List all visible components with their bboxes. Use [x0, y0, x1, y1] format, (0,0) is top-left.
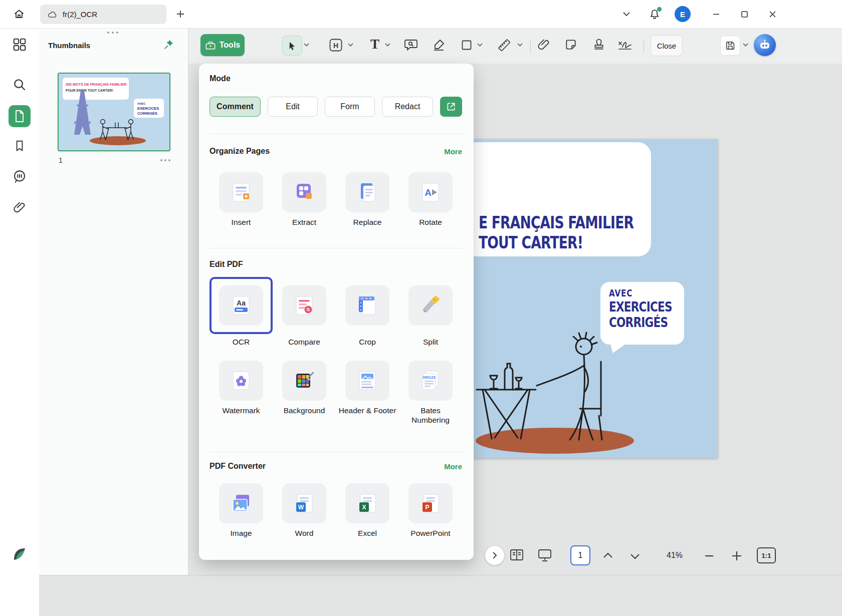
zoom-out-button[interactable]	[704, 552, 715, 560]
open-in-new-window-button[interactable]	[440, 97, 462, 117]
compare-icon	[282, 285, 326, 326]
document-tab[interactable]: fr(2)_OCR	[40, 5, 166, 24]
pin-panel-button[interactable]	[163, 39, 174, 50]
signature-tool-button[interactable]	[617, 38, 633, 51]
tool-tile-rotate[interactable]: A Rotate	[399, 172, 462, 227]
shape-icon	[461, 40, 472, 51]
window-menu-button[interactable]	[619, 9, 634, 19]
zoom-out-icon	[704, 552, 715, 560]
tool-tile-replace[interactable]: Replace	[336, 172, 399, 227]
zoom-in-button[interactable]	[731, 550, 743, 562]
sidebar-item-apps[interactable]	[0, 37, 39, 52]
sticker-tool-button[interactable]	[564, 38, 577, 51]
close-window-button[interactable]	[765, 7, 780, 21]
stamp-tool-button[interactable]	[592, 38, 605, 51]
ai-assistant-button[interactable]	[754, 34, 776, 56]
sidebar-item-comments[interactable]	[0, 169, 39, 184]
actual-size-button[interactable]: 1:1	[757, 547, 776, 563]
tool-tile-header-footer[interactable]: Header & Footer	[336, 361, 399, 425]
page-number-input[interactable]	[570, 545, 590, 565]
sidebar-item-bookmarks[interactable]	[0, 139, 39, 153]
mode-comment-button[interactable]: Comment	[209, 97, 261, 117]
page-fit-dropdown[interactable]	[348, 43, 353, 47]
mode-edit-button[interactable]: Edit	[268, 97, 318, 117]
tool-tile-excel[interactable]: X Excel	[336, 483, 399, 538]
converter-more-link[interactable]: More	[444, 462, 462, 471]
tool-tile-image[interactable]: Image	[209, 483, 273, 538]
tools-panel: Mode Comment Edit Form Redact Organize P…	[199, 64, 474, 560]
expand-statusbar-button[interactable]	[485, 546, 504, 565]
text-tool-button[interactable]: T	[368, 37, 382, 52]
app-window: fr(2)_OCR E	[0, 0, 842, 616]
mode-buttons: Comment Edit Form Redact	[209, 97, 462, 117]
mode-redact-button[interactable]: Redact	[382, 97, 433, 117]
editpdf-grid-row2: Watermark Background	[209, 361, 462, 425]
tool-tile-bates[interactable]: 000123 Bates Numbering	[399, 361, 462, 425]
tool-tile-background[interactable]: Background	[273, 361, 336, 425]
shape-tool-button[interactable]	[461, 40, 472, 51]
zoom-level[interactable]: 41%	[667, 551, 683, 560]
measure-dropdown[interactable]	[517, 43, 523, 47]
comment-tool-button[interactable]	[404, 38, 418, 52]
sidebar-brand-logo[interactable]	[0, 546, 39, 563]
reader-view-button[interactable]	[509, 548, 524, 562]
tools-button[interactable]: Tools	[200, 34, 245, 56]
sidebar-item-search[interactable]	[0, 77, 39, 92]
tool-tile-word[interactable]: W Word	[273, 483, 336, 538]
panel-drag-handle-icon[interactable]	[107, 32, 118, 34]
tools-label: Tools	[220, 41, 240, 50]
attach-tool-button[interactable]	[537, 38, 550, 51]
select-tool-dropdown[interactable]	[304, 43, 309, 47]
presentation-button[interactable]	[537, 548, 552, 562]
svg-text:Aa: Aa	[237, 299, 246, 307]
excel-icon: X	[345, 483, 389, 523]
notifications-button[interactable]	[647, 7, 663, 22]
comment-search-icon	[404, 38, 418, 52]
measure-tool-button[interactable]	[497, 38, 511, 52]
svg-text:AVEC: AVEC	[137, 102, 146, 105]
sidebar-item-pages[interactable]	[9, 105, 31, 127]
zoom-in-icon	[731, 550, 743, 562]
window-chevron-icon	[623, 12, 630, 16]
close-toolbar-button[interactable]: Close	[651, 35, 683, 56]
toolbar-divider	[644, 39, 644, 53]
tool-tile-powerpoint[interactable]: P PowerPoint	[399, 483, 462, 538]
maximize-button[interactable]	[737, 7, 752, 21]
minimize-button[interactable]	[709, 7, 724, 21]
grid-icon	[12, 37, 27, 52]
save-button[interactable]	[720, 36, 740, 56]
split-icon	[408, 285, 453, 326]
previous-page-button[interactable]	[601, 550, 614, 561]
sidebar-item-attachments[interactable]	[0, 200, 39, 214]
tool-tile-insert[interactable]: Insert	[209, 172, 273, 227]
organize-grid: Insert Extract	[209, 172, 462, 227]
organize-section-title: Organize Pages	[209, 147, 270, 156]
bates-icon: 000123	[408, 361, 453, 401]
highlighter-tool-button[interactable]	[432, 38, 446, 52]
tool-tile-split[interactable]: Split	[399, 277, 462, 347]
tool-tile-crop[interactable]: Crop	[336, 277, 399, 347]
panel-divider	[209, 134, 463, 134]
tool-tile-watermark[interactable]: Watermark	[209, 361, 273, 425]
page-thumbnail[interactable]: 450 MOTS DE FRANÇAIS FAMILIER POUR ENFIN…	[58, 73, 170, 151]
select-tool-button[interactable]	[282, 36, 302, 56]
page-thumbnail-preview: 450 MOTS DE FRANÇAIS FAMILIER POUR ENFIN…	[59, 74, 169, 150]
mode-form-button[interactable]: Form	[325, 97, 375, 117]
save-icon	[725, 40, 736, 51]
new-tab-button[interactable]	[173, 7, 187, 21]
save-dropdown[interactable]	[743, 43, 748, 47]
home-button[interactable]	[11, 6, 27, 22]
converter-section-title: PDF Converter	[209, 462, 266, 471]
shape-dropdown[interactable]	[477, 43, 483, 47]
text-tool-dropdown[interactable]	[385, 43, 390, 47]
tool-tile-ocr[interactable]: Aa OCR	[209, 277, 273, 347]
thumbnail-menu-button[interactable]	[160, 159, 170, 161]
tool-tile-compare[interactable]: Compare	[273, 277, 336, 347]
new-tab-icon	[176, 10, 184, 18]
page-fit-tool-button[interactable]: H	[328, 37, 344, 53]
avatar[interactable]: E	[675, 6, 691, 22]
organize-more-link[interactable]: More	[444, 147, 462, 156]
tool-tile-extract[interactable]: Extract	[273, 172, 336, 227]
extract-icon	[282, 172, 326, 212]
next-page-button[interactable]	[628, 551, 642, 562]
